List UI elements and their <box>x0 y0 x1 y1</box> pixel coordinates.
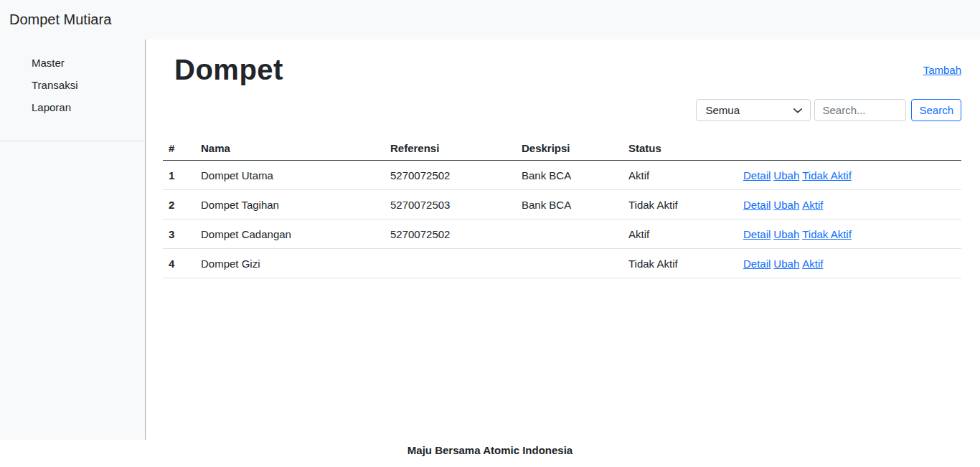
row-nama: Dompet Tagihan <box>195 190 385 220</box>
row-status: Aktif <box>623 220 738 249</box>
action-detail[interactable]: Detail <box>743 199 771 211</box>
dompet-table: # Nama Referensi Deskripsi Status 1 Domp… <box>163 136 961 278</box>
column-header-nama: Nama <box>195 136 385 161</box>
action-ubah[interactable]: Ubah <box>773 169 799 181</box>
search-button[interactable]: Search <box>911 99 961 121</box>
row-nama: Dompet Gizi <box>195 249 385 278</box>
row-referensi: 5270072503 <box>385 190 516 220</box>
main-content: Dompet Tambah Semua Search # Nama Refe <box>146 39 980 440</box>
action-aktif[interactable]: Aktif <box>802 199 823 211</box>
row-deskripsi <box>516 249 623 278</box>
row-number: 3 <box>163 220 195 249</box>
action-ubah[interactable]: Ubah <box>773 228 799 240</box>
page-footer: Maju Bersama Atomic Indonesia <box>0 440 980 467</box>
action-tidak-aktif[interactable]: Tidak Aktif <box>802 228 852 240</box>
tambah-link[interactable]: Tambah <box>923 64 961 76</box>
table-row: 4 Dompet Gizi Tidak Aktif DetailUbahAkti… <box>163 249 961 278</box>
column-header-no: # <box>163 136 195 161</box>
action-detail[interactable]: Detail <box>743 258 771 270</box>
table-row: 3 Dompet Cadangan 5270072502 Aktif Detai… <box>163 220 961 249</box>
sidebar-item-transaksi[interactable]: Transaksi <box>0 74 145 96</box>
action-tidak-aktif[interactable]: Tidak Aktif <box>802 169 852 181</box>
filter-select-value: Semua <box>705 104 740 116</box>
row-deskripsi: Bank BCA <box>516 161 623 190</box>
row-number: 2 <box>163 190 195 220</box>
column-header-deskripsi: Deskripsi <box>516 136 623 161</box>
row-status: Aktif <box>623 161 738 190</box>
action-detail[interactable]: Detail <box>743 228 771 240</box>
action-detail[interactable]: Detail <box>743 169 771 181</box>
row-referensi: 5270072502 <box>385 220 516 249</box>
column-header-actions <box>738 136 961 161</box>
top-navbar: Dompet Mutiara <box>0 0 980 39</box>
filter-select[interactable]: Semua <box>696 99 811 121</box>
sidebar-divider <box>0 141 145 141</box>
row-number: 1 <box>163 161 195 190</box>
page-body: Master Transaksi Laporan Dompet Tambah S… <box>0 39 980 440</box>
table-body: 1 Dompet Utama 5270072502 Bank BCA Aktif… <box>163 161 961 278</box>
filter-controls: Semua Search <box>163 99 961 121</box>
row-actions: DetailUbahTidak Aktif <box>738 220 961 249</box>
row-actions: DetailUbahAktif <box>738 190 961 220</box>
page-title: Dompet <box>174 54 283 86</box>
action-ubah[interactable]: Ubah <box>773 199 799 211</box>
row-nama: Dompet Utama <box>195 161 385 190</box>
sidebar-item-master[interactable]: Master <box>0 52 145 74</box>
row-status: Tidak Aktif <box>623 249 738 278</box>
table-head: # Nama Referensi Deskripsi Status <box>163 136 961 161</box>
sidebar: Master Transaksi Laporan <box>0 39 146 440</box>
chevron-down-icon <box>793 105 803 118</box>
action-aktif[interactable]: Aktif <box>802 258 823 270</box>
search-input[interactable] <box>814 99 906 121</box>
row-actions: DetailUbahAktif <box>738 249 961 278</box>
table-row: 1 Dompet Utama 5270072502 Bank BCA Aktif… <box>163 161 961 190</box>
table-row: 2 Dompet Tagihan 5270072503 Bank BCA Tid… <box>163 190 961 220</box>
column-header-referensi: Referensi <box>385 136 516 161</box>
row-nama: Dompet Cadangan <box>195 220 385 249</box>
navbar-brand[interactable]: Dompet Mutiara <box>9 11 111 28</box>
page-header-row: Dompet Tambah <box>163 54 961 86</box>
row-actions: DetailUbahTidak Aktif <box>738 161 961 190</box>
row-number: 4 <box>163 249 195 278</box>
row-referensi <box>385 249 516 278</box>
row-status: Tidak Aktif <box>623 190 738 220</box>
row-referensi: 5270072502 <box>385 161 516 190</box>
action-ubah[interactable]: Ubah <box>773 258 799 270</box>
column-header-status: Status <box>623 136 738 161</box>
footer-text: Maju Bersama Atomic Indonesia <box>407 444 573 467</box>
sidebar-item-laporan[interactable]: Laporan <box>0 96 145 118</box>
row-deskripsi <box>516 220 623 249</box>
row-deskripsi: Bank BCA <box>516 190 623 220</box>
